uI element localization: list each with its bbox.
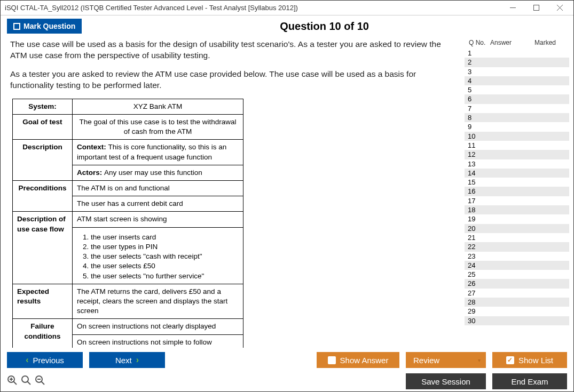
uc-value: On screen instructions not simple to fol…	[73, 334, 243, 348]
nav-row[interactable]: 29	[465, 307, 569, 316]
nav-row[interactable]: 14	[465, 169, 569, 178]
uc-value: Context: This is core functionality, so …	[73, 140, 243, 165]
nav-row[interactable]: 30	[465, 316, 569, 325]
uc-label: System:	[13, 99, 73, 114]
nav-row[interactable]: 7	[465, 104, 569, 113]
svg-rect-1	[533, 5, 539, 11]
show-answer-label: Show Answer	[340, 356, 389, 365]
show-list-label: Show List	[518, 356, 553, 365]
uc-value: ATM start screen is showing	[73, 212, 243, 227]
titlebar: iSQI CTAL-TA_Syll2012 (ISTQB Certified T…	[1, 1, 573, 15]
close-button[interactable]	[548, 1, 571, 15]
nav-row[interactable]: 19	[465, 214, 569, 223]
uc-label: Goal of test	[13, 114, 73, 139]
uc-label: Expected results	[13, 284, 73, 319]
uc-label: Description of use case flow	[13, 212, 73, 284]
nav-row[interactable]: 28	[465, 298, 569, 307]
nav-col-qno: Q No.	[469, 39, 490, 46]
nav-row[interactable]: 9	[465, 122, 569, 131]
svg-point-8	[22, 376, 28, 382]
nav-row[interactable]: 8	[465, 113, 569, 122]
nav-row[interactable]: 6	[465, 94, 569, 103]
end-label: End Exam	[511, 377, 548, 386]
review-label: Review	[413, 356, 439, 365]
minimize-button[interactable]	[501, 1, 524, 15]
save-label: Save Session	[421, 377, 470, 386]
uc-value: the user inserts card the user types in …	[73, 227, 243, 284]
previous-label: Previous	[33, 356, 64, 365]
svg-line-5	[14, 381, 17, 385]
caret-down-icon: ▾	[478, 357, 481, 363]
question-paragraph: As a tester you are asked to review the …	[10, 69, 457, 91]
next-label: Next	[115, 356, 132, 365]
nav-row[interactable]: 21	[465, 233, 569, 242]
nav-row[interactable]: 27	[465, 289, 569, 298]
mark-question-button[interactable]: Mark Question	[7, 19, 82, 34]
checkbox-checked-icon	[506, 356, 514, 364]
chevron-right-icon: ›	[136, 355, 139, 365]
nav-list[interactable]: 1234567891011121314151617181920212223242…	[465, 49, 569, 348]
nav-row[interactable]: 4	[465, 76, 569, 85]
nav-row[interactable]: 17	[465, 196, 569, 205]
nav-row[interactable]: 13	[465, 159, 569, 169]
nav-row[interactable]: 22	[465, 242, 569, 251]
nav-row[interactable]: 26	[465, 279, 569, 288]
nav-row[interactable]: 11	[465, 141, 569, 150]
nav-row[interactable]: 5	[465, 85, 569, 94]
nav-row[interactable]: 20	[465, 224, 569, 233]
nav-row[interactable]: 24	[465, 261, 569, 270]
uc-value: The ATM returns the card, delivers £50 a…	[73, 284, 243, 319]
nav-row[interactable]: 23	[465, 252, 569, 261]
checkbox-icon	[328, 356, 336, 364]
nav-row[interactable]: 25	[465, 270, 569, 279]
question-navigator: Q No. Answer Marked 12345678910111213141…	[465, 37, 569, 348]
uc-label: Failure conditions	[13, 319, 73, 348]
uc-value: The goal of this use case is to test the…	[73, 114, 243, 139]
svg-line-11	[42, 381, 45, 385]
nav-header: Q No. Answer Marked	[465, 37, 569, 49]
uc-value: Actors: Any user may use this function	[73, 165, 243, 180]
next-button[interactable]: Next ›	[89, 352, 165, 368]
checkbox-icon	[13, 23, 20, 30]
save-session-button[interactable]: Save Session	[406, 373, 486, 389]
mark-question-label: Mark Question	[23, 22, 75, 30]
uc-label: Description	[13, 140, 73, 181]
window-title: iSQI CTAL-TA_Syll2012 (ISTQB Certified T…	[5, 4, 501, 12]
chevron-left-icon: ‹	[26, 355, 28, 365]
previous-button[interactable]: ‹ Previous	[7, 352, 83, 368]
show-list-button[interactable]: Show List	[492, 352, 567, 368]
end-exam-button[interactable]: End Exam	[492, 373, 567, 389]
nav-row[interactable]: 16	[465, 187, 569, 196]
nav-row[interactable]: 12	[465, 150, 569, 159]
question-counter: Question 10 of 10	[82, 20, 567, 33]
svg-line-9	[28, 381, 31, 385]
uc-value: The user has a current debit card	[73, 196, 243, 212]
show-answer-button[interactable]: Show Answer	[317, 352, 399, 368]
zoom-reset-icon[interactable]	[21, 375, 32, 388]
nav-row[interactable]: 2	[465, 58, 569, 67]
nav-row[interactable]: 1	[465, 49, 569, 58]
nav-row[interactable]: 18	[465, 205, 569, 214]
usecase-table: System: XYZ Bank ATM Goal of test The go…	[12, 99, 243, 348]
nav-col-answer: Answer	[490, 39, 522, 46]
zoom-in-icon[interactable]	[7, 375, 18, 388]
question-content[interactable]: The use case will be used as a basis for…	[5, 37, 462, 348]
uc-value: On screen instructions not clearly displ…	[73, 319, 243, 334]
nav-row[interactable]: 15	[465, 178, 569, 187]
uc-value: XYZ Bank ATM	[73, 99, 243, 114]
nav-row[interactable]: 10	[465, 132, 569, 141]
review-button[interactable]: Review ▾	[406, 352, 486, 368]
question-paragraph: The use case will be used as a basis for…	[10, 39, 457, 61]
maximize-button[interactable]	[524, 1, 548, 15]
nav-col-marked: Marked	[522, 39, 568, 46]
uc-value: The ATM is on and functional	[73, 181, 243, 196]
uc-label: Preconditions	[13, 181, 73, 212]
zoom-out-icon[interactable]	[35, 375, 45, 388]
nav-row[interactable]: 3	[465, 67, 569, 76]
